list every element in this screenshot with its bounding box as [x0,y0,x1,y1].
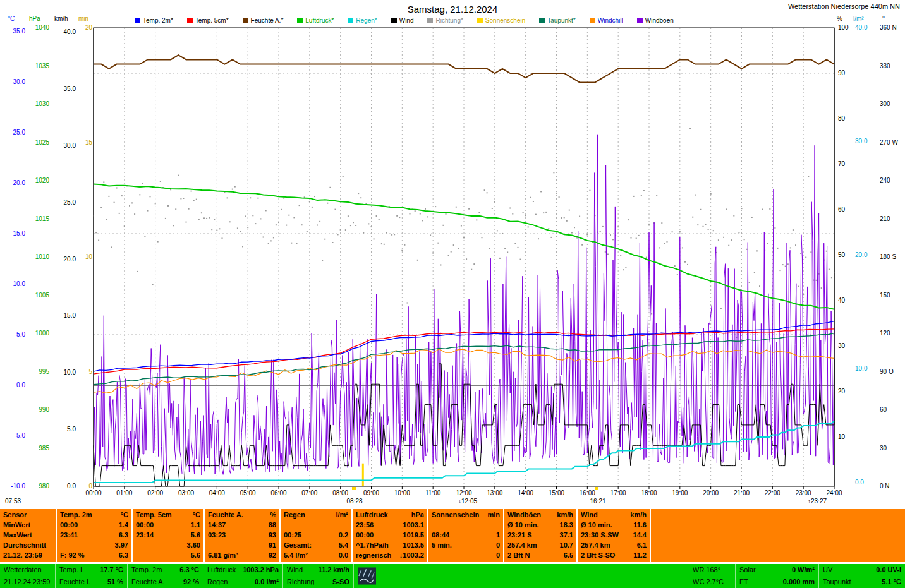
status-cell-solar: Solar0 W/m²ET0.000 mm [736,564,819,588]
weather-symbol-icon [358,567,376,585]
stats-cell-value: 11.2 [633,550,647,560]
svg-text:180 S: 180 S [880,253,896,260]
svg-text:0 N: 0 N [880,483,890,489]
svg-text:0: 0 [88,483,92,489]
status-row: WR 168° [693,564,731,576]
stats-row: 23:561003.1 [356,520,424,530]
svg-text:min: min [78,15,88,22]
stats-cell-value: 91 [269,540,276,550]
svg-text:30.0: 30.0 [13,78,26,85]
stats-block-header: Windböenkm/h [507,510,573,520]
statusbar-title-cell: Wetterdaten21.12.24 23:59 [0,564,56,588]
stats-cell-label: 00:25 [284,530,301,540]
svg-text:17:00: 17:00 [610,489,626,496]
stats-row-label: Sensor [3,510,52,520]
status-label: WC 2.7°C [693,576,724,588]
stats-cell-label: 5.4 l/m² [284,550,308,560]
status-row: Wind11.2 km/h [287,564,349,576]
stats-block-feuchte-a: Feuchte A.%14:378803:2393916.81 g/m³92 [205,509,281,562]
svg-text:hPa: hPa [29,15,40,22]
svg-text:10.0: 10.0 [64,369,76,376]
stats-row-label: Durchschnitt [3,540,52,550]
stats-cell-value: 6.5 [564,550,573,560]
stats-row: 3.97 [60,540,128,550]
stats-cell-value: 1003.1 [403,520,424,530]
stats-cell-value: 6.3 [119,530,128,540]
svg-text:1000: 1000 [35,330,50,337]
stats-cell-label: Windböen [507,510,541,520]
svg-text:25.0: 25.0 [64,199,76,206]
stats-row: Gesamt:5.4 [284,540,348,550]
svg-text:15.0: 15.0 [64,312,76,319]
svg-text:20: 20 [838,388,846,395]
svg-text:°: ° [882,15,885,22]
status-value: 6.3 °C [179,564,199,576]
stats-cell-label: 23:21 S [507,530,532,540]
stats-row: 5.6 [136,550,200,560]
stats-cell-label: 03:23 [208,530,226,540]
svg-text:10: 10 [85,253,93,260]
status-label: Feuchte A. [131,576,165,588]
stats-cell-value: 1013.5 [403,540,424,550]
stats-cell-value: 92 [269,550,276,560]
status-row: UV0.0 UV-I [823,564,901,576]
status-cell-temp-2m: Temp. 2m6.3 °CFeuchte A.92 % [128,564,203,588]
svg-text:%: % [837,15,842,22]
svg-text:20.0: 20.0 [64,256,76,263]
stats-filler [651,509,905,562]
stats-cell-label: 2 Bft S-SO [581,550,615,560]
stats-block-header: Temp. 2m°C [60,510,128,520]
weather-chart-plot: 00:0001:0002:0003:0004:0005:0006:0007:00… [0,0,905,509]
svg-text:00:00: 00:00 [85,489,101,496]
stats-block-header: Feuchte A.% [208,510,276,520]
svg-text:240: 240 [880,177,890,184]
stats-block-header: Temp. 5cm°C [136,510,200,520]
stats-cell-value: 1019.5 [403,530,424,540]
svg-text:↑23:27: ↑23:27 [808,498,827,505]
status-row: Taupunkt5.1 °C [823,576,901,588]
status-label: Taupunkt [823,576,851,588]
stats-cell-value: 6.3 [119,550,128,560]
stats-cell-label: Regen [284,510,305,520]
svg-text:1035: 1035 [35,63,50,69]
weather-app-window: Samstag, 21.12.2024 Wetterstation Nieder… [0,0,905,588]
stats-row: 2 Bft N6.5 [507,550,573,560]
svg-text:21:00: 21:00 [734,489,750,496]
status-label: ET [739,576,748,588]
stats-row: F: 92 %6.3 [60,550,128,560]
stats-block-header: Regenl/m² [284,510,348,520]
status-row: Solar0 W/m² [739,564,815,576]
svg-text:02:00: 02:00 [147,489,163,496]
stats-cell-label: ^1.7hPa/h [356,540,389,550]
stats-row: 5 min.0 [432,540,500,550]
stats-cell-value: °C [193,510,200,520]
svg-text:1030: 1030 [35,100,50,107]
stats-cell-label: 00:00 [136,520,154,530]
daily-stats-table: SensorMinWertMaxWertDurchschnitt21.12. 2… [0,509,905,562]
stats-block-windböen: Windböenkm/hØ 10 min.18.323:21 S37.1257.… [504,509,578,562]
svg-text:19:00: 19:00 [672,489,688,496]
stats-cell-value: 1 [496,530,500,540]
status-row: Temp. I.17.7 °C [59,564,123,576]
svg-text:06:00: 06:00 [270,489,286,496]
stats-cell-value: min [487,510,500,520]
svg-text:5.0: 5.0 [16,331,25,338]
stats-cell-value: °C [121,510,128,520]
stats-block-header: Sonnenscheinmin [432,510,500,520]
status-value: 0.0 l/m² [255,576,279,588]
status-cell-wind: Wind11.2 km/hRichtungS-SO [283,564,354,588]
svg-text:04:00: 04:00 [209,489,225,496]
status-label: Temp. I. [59,564,84,576]
svg-text:330: 330 [880,63,890,69]
stats-cell-value: 5.6 [191,550,200,560]
svg-text:40.0: 40.0 [855,24,868,31]
stats-row: 257.4 km10.7 [507,540,573,550]
svg-text:↓12:05: ↓12:05 [458,498,477,505]
svg-text:10: 10 [838,433,846,440]
stats-cell-value: 1.4 [119,520,128,530]
status-value: 11.2 km/h [318,564,349,576]
stats-row-label: 21.12. 23:59 [3,550,52,560]
svg-text:0.0: 0.0 [855,479,864,486]
stats-row: 23:30 S-SW14.4 [581,530,647,540]
stats-cell-label: 5 min. [432,540,452,550]
